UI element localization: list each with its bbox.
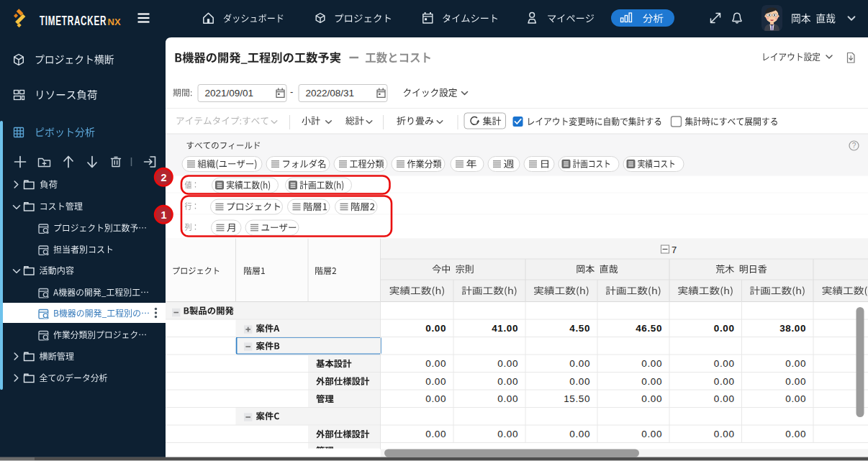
svg-text:0.00: 0.00 bbox=[569, 376, 590, 387]
svg-text:NX: NX bbox=[108, 17, 121, 27]
svg-text:0.00: 0.00 bbox=[569, 358, 590, 369]
svg-text:1: 1 bbox=[161, 209, 166, 221]
svg-text:41.00: 41.00 bbox=[492, 323, 518, 334]
svg-text:0.00: 0.00 bbox=[785, 358, 806, 369]
svg-text:4.50: 4.50 bbox=[569, 323, 590, 334]
svg-text:0.00: 0.00 bbox=[714, 429, 735, 439]
svg-text:0.00: 0.00 bbox=[425, 429, 446, 439]
svg-text:0.00: 0.00 bbox=[497, 358, 518, 369]
svg-text:TIMETRACKER: TIMETRACKER bbox=[40, 13, 107, 27]
svg-text:2: 2 bbox=[161, 172, 166, 183]
svg-text:0.00: 0.00 bbox=[425, 376, 446, 387]
svg-text:0.00: 0.00 bbox=[425, 393, 446, 404]
svg-text:0.00: 0.00 bbox=[497, 393, 518, 404]
svg-text:0.00: 0.00 bbox=[785, 393, 806, 404]
svg-text:0.00: 0.00 bbox=[497, 376, 518, 387]
svg-text:0.00: 0.00 bbox=[641, 358, 662, 369]
svg-text:0.00: 0.00 bbox=[641, 393, 662, 404]
svg-text:?: ? bbox=[852, 142, 856, 150]
svg-text:0.00: 0.00 bbox=[425, 323, 446, 334]
svg-text:0.00: 0.00 bbox=[569, 429, 590, 439]
svg-text:15.50: 15.50 bbox=[564, 393, 590, 404]
svg-text:-: - bbox=[290, 86, 293, 97]
svg-text:0.00: 0.00 bbox=[714, 358, 735, 369]
svg-text:0.00: 0.00 bbox=[714, 376, 735, 387]
svg-text:0.00: 0.00 bbox=[785, 429, 806, 439]
svg-text:46.50: 46.50 bbox=[636, 323, 662, 334]
svg-text:0.00: 0.00 bbox=[714, 393, 735, 404]
svg-text:0.00: 0.00 bbox=[641, 429, 662, 439]
svg-text:0.00: 0.00 bbox=[425, 358, 446, 369]
svg-text:0.00: 0.00 bbox=[714, 323, 735, 334]
svg-text:38.00: 38.00 bbox=[779, 323, 806, 334]
svg-text:0.00: 0.00 bbox=[497, 429, 518, 439]
svg-text:2022/08/31: 2022/08/31 bbox=[306, 88, 355, 99]
svg-text:0.00: 0.00 bbox=[785, 376, 806, 387]
svg-text:0.00: 0.00 bbox=[641, 376, 662, 387]
svg-text:7: 7 bbox=[672, 245, 677, 255]
svg-text:2021/09/01: 2021/09/01 bbox=[205, 88, 254, 99]
